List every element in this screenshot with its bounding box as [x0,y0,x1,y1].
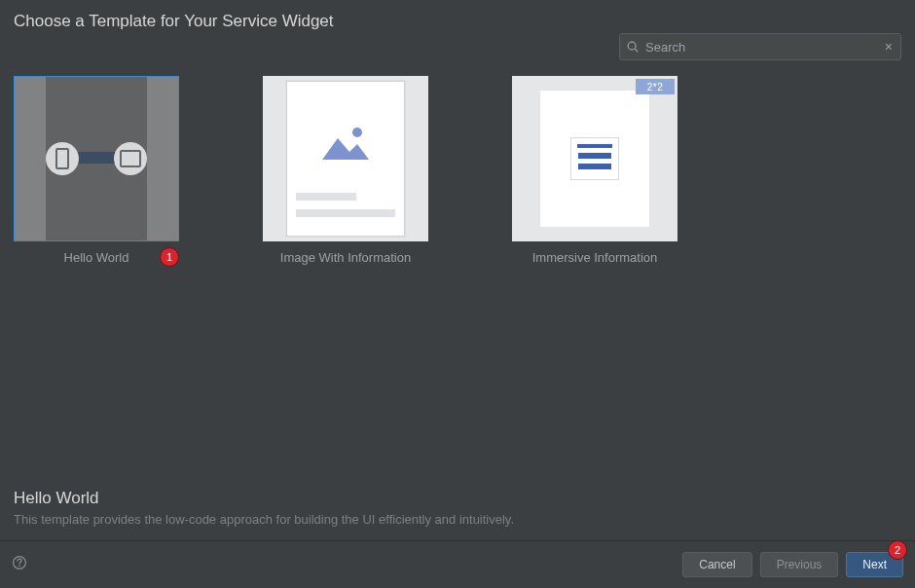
svg-point-4 [18,566,20,568]
svg-point-0 [628,42,636,50]
selected-template-title: Hello World [14,489,901,508]
template-card[interactable] [263,76,428,241]
annotation-step-2: 2 [888,540,907,560]
template-thumbnail [286,81,405,237]
page-title: Choose a Template for Your Service Widge… [14,12,901,31]
previous-button[interactable]: Previous [760,552,839,577]
clear-icon[interactable]: × [877,39,900,55]
image-icon [297,99,394,189]
tablet-icon [114,142,147,175]
template-immersive-information[interactable]: 2*2 Immersive Information [512,76,677,481]
template-thumbnail [540,91,649,227]
svg-line-1 [635,49,638,52]
help-icon[interactable] [12,555,27,574]
search-icon [620,40,640,54]
search-input[interactable] [640,39,877,55]
phone-icon [46,142,79,175]
cancel-button[interactable]: Cancel [682,552,751,577]
template-hello-world[interactable]: Hello World 1 [14,76,179,481]
size-badge: 2*2 [636,79,675,94]
selected-template-description: This template provides the low-code appr… [14,512,901,527]
template-thumbnail [46,77,147,240]
template-card[interactable] [14,76,179,241]
svg-point-2 [352,128,362,137]
template-label: Hello World [64,250,129,265]
template-card[interactable]: 2*2 [512,76,677,241]
search-box[interactable]: × [619,33,901,60]
template-label: Immersive Information [532,250,658,265]
annotation-step-1: 1 [160,247,179,267]
template-label: Image With Information [280,250,411,265]
document-icon [570,137,619,180]
template-image-with-information[interactable]: Image With Information [263,76,428,481]
